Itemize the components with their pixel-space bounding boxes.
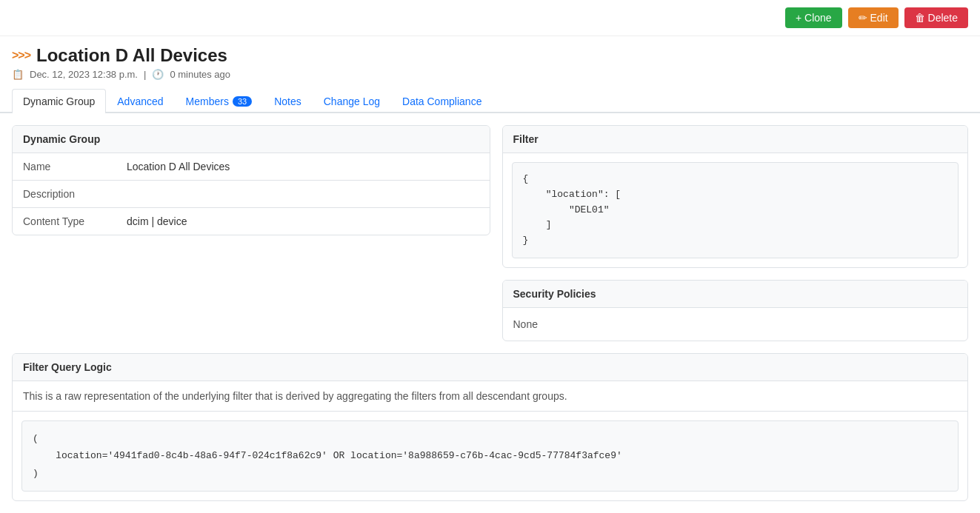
security-policies-value: None bbox=[503, 308, 968, 341]
edit-button[interactable]: ✏ Edit bbox=[848, 7, 899, 28]
page-meta: 📋 Dec. 12, 2023 12:38 p.m. | 🕐 0 minutes… bbox=[12, 69, 968, 80]
filter-card: Filter { "location": [ "DEL01" ] } bbox=[502, 125, 969, 268]
two-col-row: Dynamic Group Name Location D All Device… bbox=[12, 125, 968, 341]
table-row: Description bbox=[13, 181, 490, 208]
meta-time-ago: 0 minutes ago bbox=[170, 69, 230, 80]
page-title: Location D All Devices bbox=[36, 45, 227, 66]
filter-query-logic-card: Filter Query Logic This is a raw represe… bbox=[12, 353, 968, 501]
field-value-description bbox=[116, 181, 490, 208]
tab-change-log[interactable]: Change Log bbox=[313, 89, 391, 113]
filter-query-logic-header: Filter Query Logic bbox=[13, 354, 967, 381]
dynamic-group-header: Dynamic Group bbox=[13, 126, 490, 153]
members-badge: 33 bbox=[233, 96, 252, 107]
meta-date: Dec. 12, 2023 12:38 p.m. bbox=[30, 69, 138, 80]
tab-dynamic-group[interactable]: Dynamic Group bbox=[12, 89, 106, 113]
security-policies-header: Security Policies bbox=[503, 281, 968, 308]
breadcrumb-arrows: >>> bbox=[12, 49, 30, 62]
filter-code: { "location": [ "DEL01" ] } bbox=[512, 162, 959, 258]
tabs: Dynamic Group Advanced Members 33 Notes … bbox=[0, 89, 980, 113]
field-label-content-type: Content Type bbox=[13, 208, 116, 235]
table-row: Content Type dcim | device bbox=[13, 208, 490, 235]
field-label-description: Description bbox=[13, 181, 116, 208]
top-bar: + Clone ✏ Edit 🗑 Delete bbox=[0, 0, 980, 36]
tab-advanced[interactable]: Advanced bbox=[106, 89, 174, 113]
security-policies-card: Security Policies None bbox=[502, 280, 969, 341]
filter-header: Filter bbox=[503, 126, 968, 153]
dynamic-group-table: Name Location D All Devices Description … bbox=[13, 153, 490, 235]
field-value-name: Location D All Devices bbox=[116, 153, 490, 181]
field-label-name: Name bbox=[13, 153, 116, 181]
tab-notes[interactable]: Notes bbox=[263, 89, 313, 113]
clone-button[interactable]: + Clone bbox=[785, 7, 842, 28]
delete-button[interactable]: 🗑 Delete bbox=[904, 7, 968, 28]
meta-separator: | bbox=[144, 69, 146, 80]
field-value-content-type: dcim | device bbox=[116, 208, 490, 235]
tab-members[interactable]: Members 33 bbox=[175, 89, 264, 113]
tab-data-compliance[interactable]: Data Compliance bbox=[391, 89, 493, 113]
dynamic-group-card: Dynamic Group Name Location D All Device… bbox=[12, 125, 490, 235]
filter-query-logic-description: This is a raw representation of the unde… bbox=[13, 381, 967, 412]
right-col: Filter { "location": [ "DEL01" ] } Secur… bbox=[502, 125, 969, 341]
calendar-icon: 📋 bbox=[12, 69, 24, 80]
table-row: Name Location D All Devices bbox=[13, 153, 490, 181]
filter-query-logic-code: ( location='4941fad0-8c4b-48a6-94f7-024c… bbox=[21, 420, 959, 492]
clock-icon: 🕐 bbox=[152, 69, 164, 80]
main-content: Dynamic Group Name Location D All Device… bbox=[0, 113, 980, 513]
page-header: >>> Location D All Devices 📋 Dec. 12, 20… bbox=[0, 36, 980, 83]
